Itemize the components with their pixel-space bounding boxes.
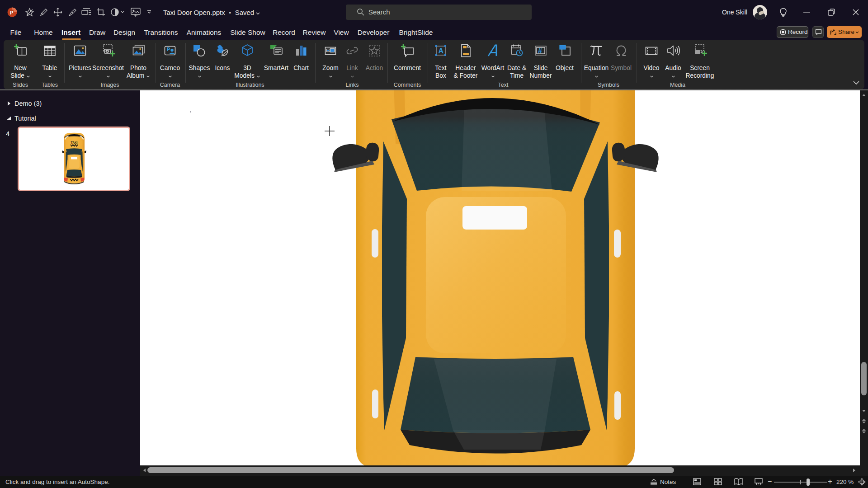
svg-text:A: A: [439, 47, 444, 55]
svg-text:#: #: [538, 47, 542, 55]
svg-text:TAXI: TAXI: [71, 141, 78, 144]
svg-text:P: P: [167, 47, 170, 52]
